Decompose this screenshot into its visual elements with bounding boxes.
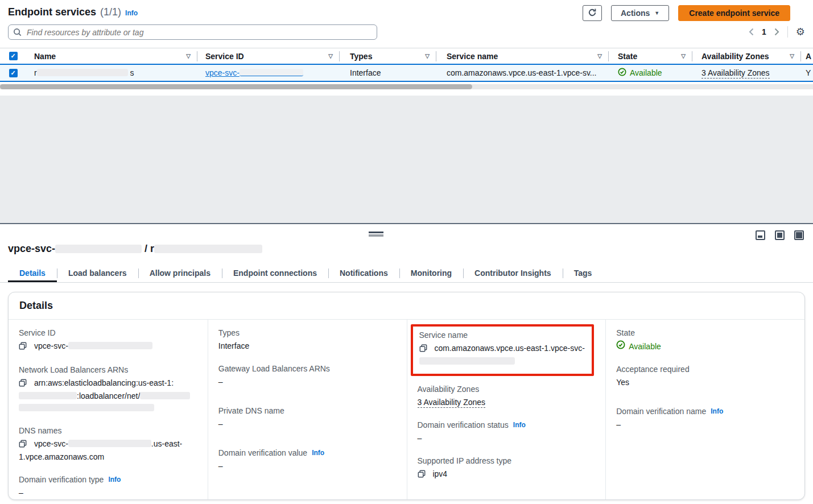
info-link[interactable]: Info xyxy=(312,449,324,457)
row-checkbox[interactable]: ✓ xyxy=(9,69,18,77)
column-label-service-id: Service ID xyxy=(205,52,244,61)
horizontal-scrollbar xyxy=(0,84,813,89)
redacted-arn-tail xyxy=(19,404,154,411)
state-label: Available xyxy=(630,68,662,77)
refresh-icon xyxy=(588,8,597,19)
field-label: Acceptance required xyxy=(616,365,793,374)
tab-load-balancers[interactable]: Load balancers xyxy=(57,265,138,282)
filter-icon[interactable]: ▽ xyxy=(790,53,794,59)
row-select-cell: ✓ xyxy=(0,69,26,77)
field-label: Domain verification name xyxy=(616,407,706,416)
info-link[interactable]: Info xyxy=(513,421,526,429)
tab-notifications[interactable]: Notifications xyxy=(328,265,399,282)
availability-zones-popover-link[interactable]: 3 Availability Zones xyxy=(418,398,486,408)
field-value: – xyxy=(19,487,196,499)
actions-button[interactable]: Actions ▼ xyxy=(611,5,669,21)
field-value: – xyxy=(218,376,395,388)
previous-page-icon[interactable] xyxy=(749,28,754,36)
panel-size-medium-icon[interactable] xyxy=(775,230,785,240)
cell-state: Available xyxy=(609,68,692,78)
copy-icon[interactable] xyxy=(19,379,29,389)
cell-cutoff: Y xyxy=(801,68,813,77)
cell-name: r s xyxy=(26,68,197,77)
column-label-service-name: Service name xyxy=(447,52,498,61)
tab-tags[interactable]: Tags xyxy=(563,265,604,282)
column-header-service-id[interactable]: Service ID ▽ xyxy=(197,51,340,61)
details-column-3: Service name com.amazonaws.vpce.us-east-… xyxy=(407,320,606,499)
field-label: Service name xyxy=(419,331,587,340)
tab-contributor-insights[interactable]: Contributor Insights xyxy=(463,265,563,282)
copy-icon[interactable] xyxy=(19,342,29,352)
tab-endpoint-connections[interactable]: Endpoint connections xyxy=(222,265,328,282)
dns-prefix: vpce-svc- xyxy=(34,439,68,448)
field-label: Types xyxy=(218,328,395,337)
panel-title-separator: / xyxy=(145,243,147,254)
panel-size-large-icon[interactable] xyxy=(794,230,804,240)
field-dns-names: DNS names vpce-svc-.us-east-1.vpce.amazo… xyxy=(19,426,196,463)
filter-icon[interactable]: ▽ xyxy=(328,53,333,59)
field-label: DNS names xyxy=(19,426,196,435)
column-header-availability-zones[interactable]: Availability Zones ▽ xyxy=(692,51,801,61)
name-suffix: s xyxy=(130,68,134,77)
field-domain-verification-status: Domain verification status Info – xyxy=(418,420,595,444)
info-link[interactable]: Info xyxy=(711,407,723,415)
filter-icon[interactable]: ▽ xyxy=(597,53,602,59)
endpoint-services-panel: Endpoint services (1/1) Info Actions ▼ C… xyxy=(0,0,813,96)
select-all-cell: ✓ xyxy=(0,52,26,60)
field-service-id: Service ID vpce-svc- xyxy=(19,328,196,353)
current-page[interactable]: 1 xyxy=(762,27,766,36)
service-id-link[interactable]: vpce-svc- xyxy=(205,68,303,77)
panel-title: vpce-svc- / r xyxy=(8,243,262,255)
next-page-icon[interactable] xyxy=(774,28,779,36)
copy-icon[interactable] xyxy=(418,470,428,480)
field-supported-ip-address-type: Supported IP address type ipv4 xyxy=(418,456,595,481)
horizontal-scrollbar-thumb[interactable] xyxy=(0,84,472,89)
service-name-highlight-box: Service name com.amazonaws.vpce.us-east-… xyxy=(411,324,595,376)
column-label-availability-zones: Availability Zones xyxy=(701,52,769,61)
field-availability-zones: Availability Zones 3 Availability Zones xyxy=(418,385,595,408)
column-divider xyxy=(800,51,801,61)
select-all-checkbox[interactable]: ✓ xyxy=(9,52,18,60)
column-header-state[interactable]: State ▽ xyxy=(609,51,692,61)
column-header-name[interactable]: Name ▽ xyxy=(26,51,197,61)
table-row[interactable]: ✓ r s vpce-svc- Interface com.amazonaws.… xyxy=(0,64,813,82)
create-endpoint-service-button[interactable]: Create endpoint service xyxy=(678,5,790,21)
split-panel: vpce-svc- / r Details Load balancers All… xyxy=(0,223,813,504)
redacted-service-id xyxy=(240,69,303,76)
column-label-state: State xyxy=(618,52,637,61)
filter-icon[interactable]: ▽ xyxy=(186,53,191,59)
column-header-service-name[interactable]: Service name ▽ xyxy=(436,51,609,61)
search-input[interactable] xyxy=(8,24,377,40)
copy-icon[interactable] xyxy=(19,440,29,449)
copy-icon[interactable] xyxy=(419,345,430,354)
redacted-name xyxy=(154,245,262,253)
status-available-icon xyxy=(618,68,626,78)
field-value: Interface xyxy=(218,340,395,352)
panel-tabs: Details Load balancers Allow principals … xyxy=(0,265,813,283)
tab-details[interactable]: Details xyxy=(8,265,57,282)
arn-part-1: arn:aws:elasticloadbalancing:us-east-1: xyxy=(34,378,174,387)
column-label-cutoff: A xyxy=(806,52,811,61)
availability-zones-popover-link[interactable]: 3 Availability Zones xyxy=(701,68,770,79)
resource-count: (1/1) xyxy=(100,6,121,18)
cell-service-id: vpce-svc- xyxy=(197,68,340,77)
field-label: State xyxy=(616,328,793,337)
panel-size-small-icon[interactable] xyxy=(756,230,765,240)
filter-icon[interactable]: ▽ xyxy=(681,53,686,59)
info-link[interactable]: Info xyxy=(108,476,121,484)
details-card: Details Service ID vpce-svc- Network Loa… xyxy=(8,292,805,500)
field-service-name: Service name com.amazonaws.vpce.us-east-… xyxy=(419,331,587,367)
refresh-button[interactable] xyxy=(583,5,602,21)
filter-icon[interactable]: ▽ xyxy=(425,53,430,59)
column-header-types[interactable]: Types ▽ xyxy=(340,51,436,61)
split-panel-drag-handle[interactable] xyxy=(369,232,383,237)
details-column-1: Service ID vpce-svc- Network Load Balanc… xyxy=(9,320,208,499)
title-info-link[interactable]: Info xyxy=(125,9,138,17)
search-icon xyxy=(13,28,22,38)
field-types: Types Interface xyxy=(218,328,395,352)
tab-allow-principals[interactable]: Allow principals xyxy=(138,265,222,282)
details-column-4: State Available Acceptance required Yes … xyxy=(605,320,804,499)
tab-monitoring[interactable]: Monitoring xyxy=(399,265,463,282)
redacted-dns-id xyxy=(68,440,151,447)
preferences-gear-icon[interactable]: ⚙ xyxy=(796,27,805,37)
